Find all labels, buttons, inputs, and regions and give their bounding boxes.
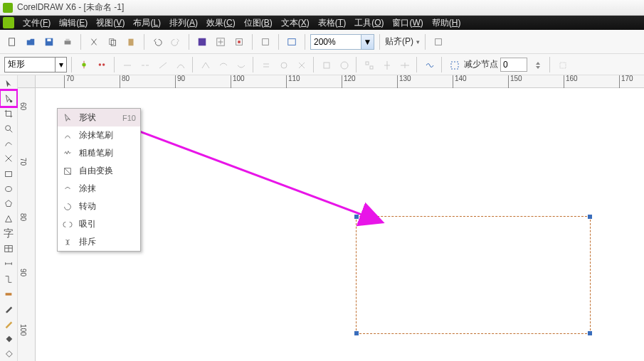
rectangle-tool[interactable] (1, 167, 16, 180)
flyout-item-attract[interactable]: 吸引 (58, 215, 140, 233)
drawing-area[interactable]: 708090100110120130140150160170 607080901… (18, 75, 644, 361)
welcome-button[interactable] (284, 34, 300, 50)
spinner-button[interactable] (529, 57, 545, 72)
menu-text[interactable]: 文本(X) (281, 17, 310, 29)
paste-button[interactable] (123, 34, 139, 50)
zoom-combo[interactable]: ▼ (310, 34, 374, 50)
eyedropper-tool[interactable] (1, 302, 16, 316)
node-tr[interactable] (588, 215, 592, 219)
to-line-button[interactable] (154, 57, 170, 72)
dimension-tool[interactable] (1, 257, 16, 271)
open-button[interactable] (23, 34, 38, 50)
break-button[interactable] (137, 57, 152, 72)
chevron-down-icon[interactable]: ▾ (416, 38, 420, 45)
svg-rect-19 (324, 63, 329, 68)
extract-button[interactable] (293, 57, 309, 72)
new-button[interactable] (4, 34, 20, 50)
copy-button[interactable] (105, 34, 120, 50)
rotate-button[interactable] (336, 57, 352, 72)
separator (313, 57, 314, 72)
menu-edit[interactable]: 编辑(E) (59, 17, 88, 29)
svg-rect-7 (129, 38, 134, 45)
menu-help[interactable]: 帮助(H) (432, 17, 461, 29)
svg-rect-13 (288, 38, 296, 45)
chevron-down-icon[interactable]: ▾ (55, 58, 66, 72)
outline-tool[interactable] (1, 318, 16, 331)
reflect-h-button[interactable] (379, 57, 394, 72)
options-button[interactable] (431, 34, 446, 50)
join-button[interactable] (119, 57, 134, 72)
fill-tool[interactable] (1, 333, 16, 346)
menu-arrange[interactable]: 排列(A) (169, 17, 198, 29)
zoom-tool[interactable] (1, 122, 16, 135)
snap-label[interactable]: 贴齐(P) (385, 36, 413, 48)
app-menu-icon[interactable] (3, 17, 14, 28)
basic-shapes-tool[interactable] (1, 212, 16, 225)
menu-bitmap[interactable]: 位图(B) (244, 17, 273, 29)
freehand-tool[interactable] (1, 137, 16, 151)
polygon-tool[interactable] (1, 197, 16, 210)
horizontal-ruler[interactable]: 708090100110120130140150160170 (36, 75, 644, 88)
pick-tool[interactable] (1, 77, 16, 90)
symm-button[interactable] (233, 57, 248, 72)
extend-button[interactable] (275, 57, 291, 72)
connector-tool[interactable] (1, 272, 16, 286)
shape-tool[interactable] (1, 92, 16, 105)
smart-tool[interactable] (1, 152, 16, 166)
ellipse-tool[interactable] (1, 182, 16, 195)
vertical-ruler[interactable]: 60708090100 (18, 88, 36, 361)
crop-tool[interactable] (1, 107, 16, 120)
reflect-v-button[interactable] (396, 57, 412, 72)
flyout-item-shape[interactable]: 形状F10 (58, 109, 140, 126)
zoom-dropdown-icon[interactable]: ▼ (361, 35, 374, 49)
publish-button[interactable] (231, 34, 247, 50)
redo-button[interactable] (168, 34, 184, 50)
cut-button[interactable] (86, 34, 102, 50)
canvas[interactable]: 形状F10涂抹笔刷粗糙笔刷自由变换涂抹转动吸引排斥 (36, 88, 644, 361)
reduce-nodes-input[interactable]: 0 (500, 58, 527, 72)
table-tool[interactable] (1, 242, 16, 256)
flyout-item-twirl[interactable]: 转动 (58, 198, 140, 215)
smooth-button[interactable] (215, 57, 231, 72)
elastic-button[interactable] (421, 57, 437, 72)
flyout-item-smudge[interactable]: 涂抹笔刷 (58, 126, 140, 144)
save-button[interactable] (41, 34, 57, 50)
menu-table[interactable]: 表格(T) (318, 17, 346, 29)
delete-node-button[interactable] (94, 57, 110, 72)
add-node-button[interactable] (76, 57, 92, 72)
import-button[interactable] (194, 34, 210, 50)
print-button[interactable] (60, 34, 75, 50)
ruler-tick: 120 (342, 75, 356, 88)
ruler-origin[interactable] (18, 75, 36, 88)
reverse-button[interactable] (258, 57, 273, 72)
zoom-input[interactable] (311, 35, 361, 49)
smear-icon (62, 184, 73, 194)
interactive-tool[interactable] (1, 287, 16, 301)
stretch-button[interactable] (318, 57, 334, 72)
flyout-item-rough[interactable]: 粗糙笔刷 (58, 144, 140, 162)
menu-file[interactable]: 文件(F) (23, 17, 51, 29)
text-tool[interactable]: 字 (1, 227, 16, 241)
interactive-fill-tool[interactable] (1, 347, 16, 361)
cusp-button[interactable] (197, 57, 213, 72)
align-button[interactable] (361, 57, 376, 72)
menu-window[interactable]: 窗口(W) (392, 17, 423, 29)
node-tl[interactable] (354, 215, 359, 219)
flyout-item-freetransform[interactable]: 自由变换 (58, 162, 140, 180)
menu-tools[interactable]: 工具(O) (354, 17, 384, 29)
app-launcher-button[interactable] (258, 34, 273, 50)
flyout-item-smear[interactable]: 涂抹 (58, 180, 140, 198)
node-br[interactable] (588, 331, 592, 335)
undo-button[interactable] (149, 34, 165, 50)
select-all-button[interactable] (446, 57, 462, 72)
to-curve-button[interactable] (172, 57, 188, 72)
node-bl[interactable] (354, 331, 359, 335)
export-button[interactable] (213, 34, 228, 50)
menu-layout[interactable]: 布局(L) (133, 17, 161, 29)
shape-type-combo[interactable]: 矩形 ▾ (4, 57, 67, 72)
selected-rectangle[interactable] (356, 216, 591, 334)
menu-effect[interactable]: 效果(C) (206, 17, 236, 29)
flyout-item-repel[interactable]: 排斥 (58, 233, 140, 251)
bounding-button[interactable] (554, 57, 570, 72)
menu-view[interactable]: 视图(V) (96, 17, 125, 29)
